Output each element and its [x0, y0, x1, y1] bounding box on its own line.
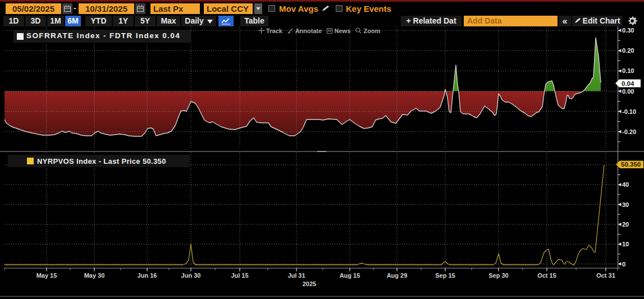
svg-text:0.10: 0.10: [622, 67, 634, 74]
svg-text:50.350: 50.350: [621, 161, 641, 168]
svg-text:20: 20: [622, 221, 629, 228]
svg-text:Jun 30: Jun 30: [181, 272, 201, 279]
svg-text:30: 30: [622, 201, 629, 208]
svg-text:Sep 30: Sep 30: [488, 272, 508, 279]
svg-text:Jun 16: Jun 16: [138, 272, 157, 279]
svg-text:Sep 15: Sep 15: [435, 272, 455, 279]
svg-text:May 15: May 15: [36, 272, 57, 279]
svg-text:May 30: May 30: [84, 272, 105, 279]
svg-text:Aug 29: Aug 29: [387, 272, 408, 279]
svg-text:Oct 31: Oct 31: [596, 272, 615, 279]
svg-text:Jul 31: Jul 31: [287, 272, 305, 279]
svg-text:0.00: 0.00: [622, 88, 634, 95]
svg-text:Oct 15: Oct 15: [537, 272, 556, 279]
svg-text:0.20: 0.20: [622, 47, 634, 54]
svg-text:Aug 15: Aug 15: [340, 272, 360, 279]
svg-text:2025: 2025: [303, 280, 316, 287]
svg-text:40: 40: [622, 181, 629, 188]
svg-text:0.30: 0.30: [622, 27, 634, 34]
svg-text:Jul 15: Jul 15: [231, 272, 248, 279]
svg-text:0: 0: [622, 261, 625, 268]
svg-text:0.04: 0.04: [622, 80, 634, 87]
svg-text:10: 10: [622, 241, 629, 247]
svg-text:-0.20: -0.20: [622, 128, 636, 135]
svg-text:-0.10: -0.10: [622, 108, 636, 115]
